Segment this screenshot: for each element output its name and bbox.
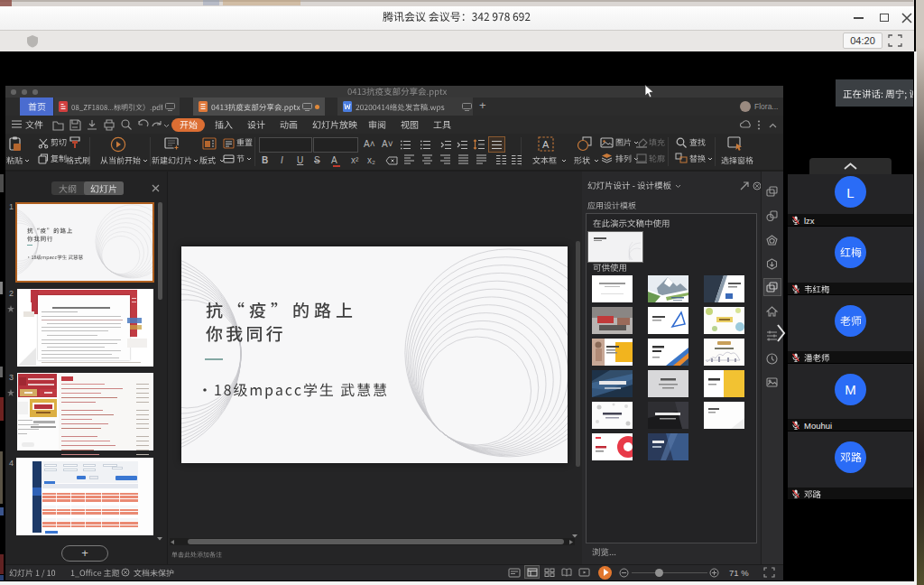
svg-text:A: A <box>542 139 550 150</box>
